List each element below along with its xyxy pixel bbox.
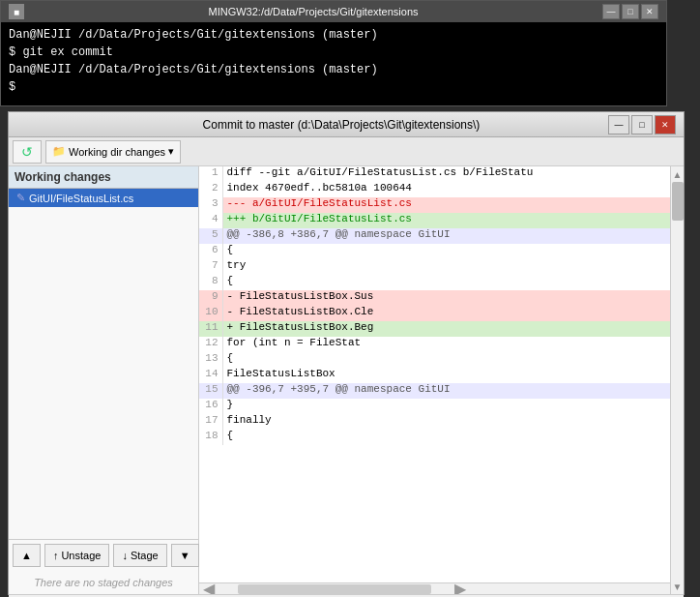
table-row: 3--- a/GitUI/FileStatusList.cs xyxy=(199,197,670,213)
stage-button[interactable]: ↓ Stage xyxy=(113,544,166,567)
left-panel: Working changes ✎ GitUI/FileStatusList.c… xyxy=(9,166,199,594)
line-number: 3 xyxy=(199,197,222,213)
staging-area: ▲ ↑ Unstage ↓ Stage ▼ xyxy=(9,539,198,571)
line-number: 18 xyxy=(199,430,222,445)
table-row: 12 for (int n = FileStat xyxy=(199,337,670,352)
diff-line: @@ -396,7 +395,7 @@ namespace GitUI xyxy=(222,383,670,399)
table-row: 11+ FileStatusListBox.Beg xyxy=(199,321,670,337)
line-number: 2 xyxy=(199,182,222,197)
h-scroll-left[interactable]: ◀ xyxy=(199,580,219,594)
diff-line: +++ b/GitUI/FileStatusList.cs xyxy=(222,213,670,228)
stage-arrow-icon: ↓ xyxy=(122,550,128,561)
window-controls: — □ ✕ xyxy=(608,115,676,134)
unstage-arrow-icon: ↑ xyxy=(53,550,59,561)
h-scroll-thumb[interactable] xyxy=(238,584,431,594)
table-row: 14 FileStatusListBox xyxy=(199,368,670,383)
terminal-window: ■ MINGW32:/d/Data/Projects/Git/gitextens… xyxy=(0,0,667,106)
terminal-controls: — □ ✕ xyxy=(602,4,658,19)
line-number: 17 xyxy=(199,414,222,430)
table-row: 16 } xyxy=(199,399,670,414)
down-icon: ▼ xyxy=(180,550,190,561)
win-min-btn[interactable]: — xyxy=(608,115,629,134)
file-list[interactable]: ✎ GitUI/FileStatusList.cs xyxy=(9,189,198,539)
table-row: 10- FileStatusListBox.Cle xyxy=(199,306,670,321)
diff-line: + FileStatusListBox.Beg xyxy=(222,321,670,337)
refresh-button[interactable]: ↺ xyxy=(13,140,42,164)
line-number: 9 xyxy=(199,290,222,306)
file-item-label: GitUI/FileStatusList.cs xyxy=(29,193,133,204)
line-number: 1 xyxy=(199,166,222,182)
file-item-filestatuslist[interactable]: ✎ GitUI/FileStatusList.cs xyxy=(9,189,198,207)
h-scroll-right[interactable]: ▶ xyxy=(451,580,470,594)
horizontal-scrollbar[interactable]: ◀ ▶ xyxy=(199,582,670,594)
win-max-btn[interactable]: □ xyxy=(631,115,653,134)
diff-line: --- a/GitUI/FileStatusList.cs xyxy=(222,197,670,213)
diff-line: finally xyxy=(222,414,670,430)
terminal-cmd1: $ git ex commit xyxy=(9,44,658,61)
diff-line: FileStatusListBox xyxy=(222,368,670,383)
diff-line: } xyxy=(222,399,670,414)
table-row: 17 finally xyxy=(199,414,670,430)
refresh-icon: ↺ xyxy=(21,144,33,160)
right-panel: 1diff --git a/GitUI/FileStatusList.cs b/… xyxy=(199,166,670,594)
diff-line: { xyxy=(222,430,670,445)
v-scroll-thumb[interactable] xyxy=(672,182,684,221)
table-row: 9- FileStatusListBox.Sus xyxy=(199,290,670,306)
vertical-scrollbar[interactable]: ▲ ▼ xyxy=(670,166,684,594)
diff-line: { xyxy=(222,244,670,259)
diff-line: { xyxy=(222,275,670,290)
line-number: 8 xyxy=(199,275,222,290)
terminal-close-btn[interactable]: ✕ xyxy=(641,4,658,19)
table-row: 5@@ -386,8 +386,7 @@ namespace GitUI xyxy=(199,228,670,244)
table-row: 2index 4670edf..bc5810a 100644 xyxy=(199,182,670,197)
maximize-icon: □ xyxy=(639,120,644,130)
terminal-min-btn[interactable]: — xyxy=(602,4,620,19)
wd-arrow-icon: ▾ xyxy=(168,145,174,158)
staged-empty-label: There are no staged changes xyxy=(9,571,198,594)
minimize-icon: — xyxy=(615,120,624,130)
diff-line: diff --git a/GitUI/FileStatusList.cs b/F… xyxy=(222,166,670,182)
move-up-button[interactable]: ▲ xyxy=(13,544,41,567)
commit-window: Commit to master (d:\Data\Projects\Git\g… xyxy=(8,111,685,595)
terminal-line2: Dan@NEJII /d/Data/Projects/Git/gitextens… xyxy=(9,61,658,78)
terminal-icon: ■ xyxy=(9,4,24,19)
v-scroll-down[interactable]: ▼ xyxy=(671,579,684,594)
terminal-titlebar: ■ MINGW32:/d/Data/Projects/Git/gitextens… xyxy=(1,1,666,22)
working-changes-label: Working changes xyxy=(15,170,111,184)
diff-line: - FileStatusListBox.Sus xyxy=(222,290,670,306)
toolbar: ↺ 📁 Working dir changes ▾ xyxy=(9,137,684,166)
terminal-content: Dan@NEJII /d/Data/Projects/Git/gitextens… xyxy=(1,22,666,100)
table-row: 1diff --git a/GitUI/FileStatusList.cs b/… xyxy=(199,166,670,182)
commit-titlebar: Commit to master (d:\Data\Projects\Git\g… xyxy=(9,112,684,137)
line-number: 13 xyxy=(199,352,222,368)
working-changes-header: Working changes xyxy=(9,166,198,189)
diff-line: { xyxy=(222,352,670,368)
terminal-cursor: $ xyxy=(9,78,658,96)
diff-area[interactable]: 1diff --git a/GitUI/FileStatusList.cs b/… xyxy=(199,166,670,582)
terminal-max-btn[interactable]: □ xyxy=(622,4,639,19)
line-number: 5 xyxy=(199,228,222,244)
commit-title: Commit to master (d:\Data\Projects\Git\g… xyxy=(74,118,608,132)
unstage-button[interactable]: ↑ Unstage xyxy=(44,544,109,567)
terminal-title: MINGW32:/d/Data/Projects/Git/gitextensio… xyxy=(24,6,602,17)
line-number: 15 xyxy=(199,383,222,399)
wd-label: Working dir changes xyxy=(69,146,165,158)
up-icon: ▲ xyxy=(21,550,32,561)
diff-line: for (int n = FileStat xyxy=(222,337,670,352)
file-icon: ✎ xyxy=(16,192,25,204)
move-down-button[interactable]: ▼ xyxy=(171,544,199,567)
diff-line: try xyxy=(222,259,670,275)
line-number: 14 xyxy=(199,368,222,383)
table-row: 13 { xyxy=(199,352,670,368)
folder-icon: 📁 xyxy=(52,145,66,158)
diff-table: 1diff --git a/GitUI/FileStatusList.cs b/… xyxy=(199,166,670,445)
diff-line: @@ -386,8 +386,7 @@ namespace GitUI xyxy=(222,228,670,244)
main-area: Working changes ✎ GitUI/FileStatusList.c… xyxy=(9,166,684,594)
line-number: 10 xyxy=(199,306,222,321)
line-number: 7 xyxy=(199,259,222,275)
win-close-btn[interactable]: ✕ xyxy=(655,115,676,134)
v-scroll-up[interactable]: ▲ xyxy=(671,166,684,182)
diff-line: - FileStatusListBox.Cle xyxy=(222,306,670,321)
table-row: 8 { xyxy=(199,275,670,290)
working-dir-dropdown[interactable]: 📁 Working dir changes ▾ xyxy=(45,140,181,164)
